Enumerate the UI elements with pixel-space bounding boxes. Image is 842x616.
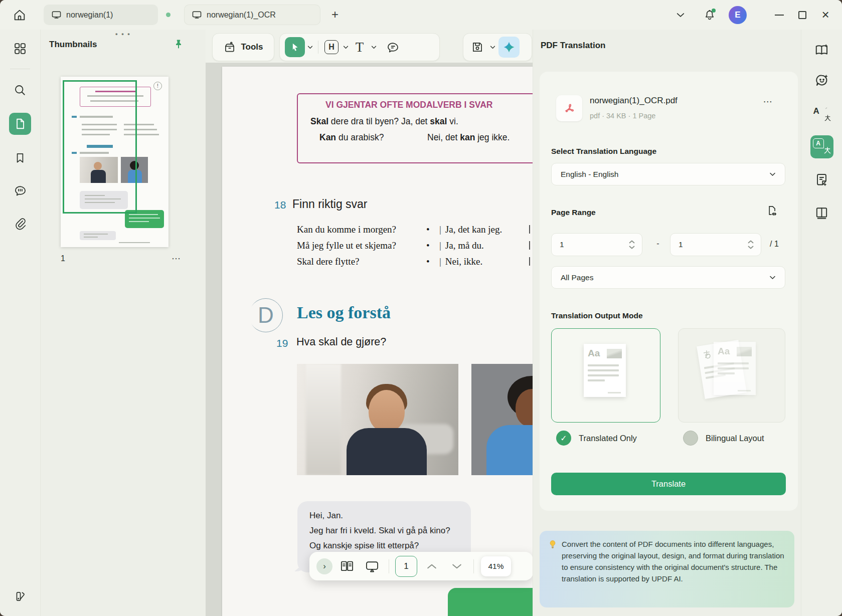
notifications-button[interactable] (700, 5, 720, 25)
thumbnail-footer: 1 ⋯ (61, 253, 181, 264)
chat-smiley-sparkle-icon (814, 73, 829, 88)
page-to-stepper[interactable]: 1 (670, 233, 761, 256)
minimize-icon (775, 15, 784, 16)
page-scope-select[interactable]: All Pages (551, 266, 785, 289)
sidebar-item-grid[interactable] (9, 38, 31, 60)
chat-reply-bubble-green: Skal trene. Lite (448, 588, 533, 616)
sidebar-item-ai-reader[interactable] (810, 39, 833, 62)
stepper-controls[interactable] (629, 240, 635, 249)
search-icon (13, 83, 27, 97)
stepper-controls[interactable] (748, 240, 754, 249)
tab-norwegian-1-ocr[interactable]: norwegian(1)_OCR (184, 5, 320, 25)
page-thumbnail[interactable]: ! (61, 77, 169, 247)
page-from-stepper[interactable]: 1 (551, 233, 642, 256)
sidebar-item-comments[interactable] (9, 179, 31, 201)
thumbnails-panel: • • • Thumbnails ! (40, 30, 206, 616)
viewer-toolbar: › 1 41% (309, 552, 533, 580)
previous-page-button[interactable] (421, 556, 442, 577)
book-icon (340, 560, 354, 573)
new-tab-button[interactable]: + (327, 7, 343, 22)
sidebar-item-ai-summary[interactable] (810, 168, 833, 191)
sidebar-item-thumbnails[interactable] (9, 113, 31, 135)
radio-translated-only[interactable]: ✓ Translated Only (556, 431, 637, 446)
language-select[interactable]: English - English (551, 163, 785, 185)
chevron-down-icon (677, 13, 685, 18)
next-page-button[interactable] (446, 556, 467, 577)
select-tool-button[interactable] (285, 37, 305, 57)
radio-bilingual-layout[interactable]: Bilingual Layout (683, 431, 764, 446)
tools-button[interactable]: Tools (212, 33, 274, 61)
save-dropdown[interactable] (488, 37, 496, 57)
chevron-down-icon (490, 46, 495, 49)
modalverb-line: Skal dere dra til byen? Ja, det skal vi. (310, 116, 458, 127)
exercise-row: Kan du komme i morgen?•|Ja, det kan jeg. (297, 224, 533, 235)
comment-icon (14, 184, 27, 197)
home-icon (13, 8, 27, 22)
sidebar-item-page-layout[interactable] (810, 201, 833, 225)
translate-button[interactable]: Translate (551, 473, 786, 495)
pdf-translation-panel: PDF Translation norwegian(1)_OCR.pdf pdf… (533, 30, 801, 616)
chat-line: Jeg har fri i kveld. Skal vi gå på kino? (309, 523, 459, 538)
thumbnail-footer-line (119, 242, 150, 243)
sidebar-item-translate-text[interactable]: A (810, 103, 833, 126)
right-sidebar: A A (801, 30, 842, 616)
save-icon (471, 41, 484, 54)
comment-tool-button[interactable] (384, 37, 402, 57)
thumbnail-viewport-rect[interactable] (63, 80, 137, 214)
home-button[interactable] (11, 7, 28, 24)
language-section-label: Select Translation Language (551, 147, 656, 156)
radio-unchecked-icon (683, 431, 698, 446)
page-range-settings-button[interactable] (763, 203, 779, 219)
sidebar-item-pdf-translation[interactable]: A (810, 135, 833, 158)
sidebar-item-swatches[interactable] (9, 585, 31, 607)
page-to-value: 1 (679, 240, 748, 249)
pin-icon (173, 39, 185, 51)
sidebar-item-bookmarks[interactable] (9, 147, 31, 169)
tools-label: Tools (241, 42, 263, 52)
heading-tool-button[interactable]: H (322, 37, 341, 57)
close-button[interactable]: × (814, 5, 837, 25)
exercise-number: 18 (274, 199, 286, 211)
text-tool-button[interactable]: T (351, 37, 369, 57)
chevron-up-icon (748, 240, 754, 244)
avatar[interactable]: E (729, 6, 747, 24)
file-more-button[interactable]: ⋯ (758, 96, 778, 111)
sidebar-item-attachments[interactable] (9, 213, 31, 235)
sidebar-item-ai-assistant[interactable] (810, 69, 833, 92)
pin-panel-button[interactable] (171, 37, 187, 53)
window-menu-button[interactable] (670, 5, 691, 25)
maximize-button[interactable] (791, 5, 814, 25)
heading-tool-dropdown[interactable] (342, 37, 350, 57)
expand-toolbar-button[interactable]: › (316, 558, 332, 574)
ai-assistant-button[interactable] (498, 37, 520, 58)
page-from-value: 1 (560, 240, 629, 249)
select-tool-dropdown[interactable] (306, 37, 314, 57)
page-number-input[interactable]: 1 (395, 556, 417, 577)
book-layout-icon (814, 206, 829, 221)
titlebar-controls: E × (670, 0, 842, 30)
cursor-icon (289, 42, 300, 53)
translation-card: norwegian(1)_OCR.pdf pdf · 34 KB · 1 Pag… (540, 72, 798, 511)
sidebar-item-search[interactable] (9, 79, 31, 101)
section-badge: D (249, 298, 283, 332)
minimize-button[interactable] (768, 5, 791, 25)
reader-mode-button[interactable] (336, 556, 358, 577)
mode-card-translated-only[interactable]: Aa (551, 328, 660, 423)
translated-doc-illustration: Aa (584, 344, 626, 397)
mode-card-bilingual[interactable]: Aa (678, 328, 785, 423)
output-mode-label: Translation Output Mode (551, 311, 643, 320)
zoom-level[interactable]: 41% (481, 556, 511, 576)
section-title: Les og forstå (297, 303, 391, 322)
save-button[interactable] (468, 37, 486, 57)
save-toolbar (463, 33, 532, 61)
thumbnail-note-badge: ! (153, 82, 162, 90)
thumbnail-more-button[interactable]: ⋯ (172, 253, 181, 264)
exercise-row: Må jeg fylle ut et skjema?•|Ja, må du. (297, 240, 533, 251)
tab-norwegian-1[interactable]: norwegian(1) (44, 5, 158, 25)
radio-label: Bilingual Layout (706, 434, 764, 443)
page-range-label: Page Range (551, 208, 596, 217)
text-tool-dropdown[interactable] (370, 37, 378, 57)
pdf-page: VI GJENTAR OFTE MODALVERB I SVAR Skal de… (222, 67, 533, 616)
chevron-down-icon (343, 46, 349, 49)
presentation-button[interactable] (362, 556, 383, 577)
